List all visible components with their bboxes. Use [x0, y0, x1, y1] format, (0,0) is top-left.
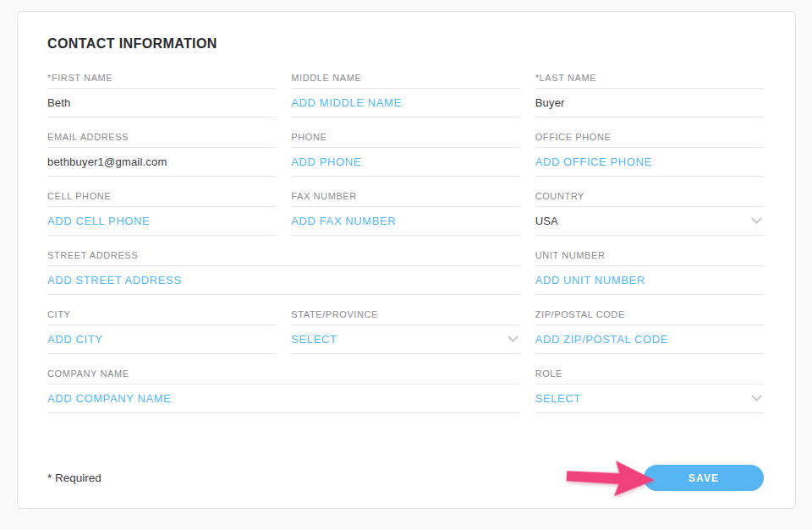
field-street-address: STREET ADDRESSADD STREET ADDRESS [47, 250, 520, 295]
first-name-value: Beth [47, 96, 71, 109]
role-placeholder: SELECT [535, 392, 581, 405]
divider [535, 176, 764, 177]
divider [535, 117, 764, 117]
field-role: ROLESELECT [535, 368, 764, 413]
zip-postal-code-label: ZIP/POSTAL CODE [535, 309, 764, 324]
field-unit-number: UNIT NUMBERADD UNIT NUMBER [535, 250, 764, 295]
fax-number-placeholder: ADD FAX NUMBER [291, 215, 396, 227]
first-name-label: *FIRST NAME [47, 73, 276, 88]
divider [535, 294, 764, 295]
field-fax-number: FAX NUMBERADD FAX NUMBER [291, 191, 519, 236]
office-phone-label: OFFICE PHONE [535, 132, 764, 147]
country-value: USA [535, 215, 558, 227]
field-zip-postal-code: ZIP/POSTAL CODEADD ZIP/POSTAL CODE [535, 309, 764, 354]
field-state-province: STATE/PROVINCESELECT [291, 309, 519, 354]
state-province-select[interactable]: SELECT [291, 325, 519, 353]
contact-information-card: CONTACT INFORMATION *FIRST NAMEBethMIDDL… [17, 11, 796, 509]
field-phone: PHONEADD PHONE [291, 132, 519, 177]
cell-phone-placeholder: ADD CELL PHONE [47, 215, 150, 227]
field-last-name: *LAST NAMEBuyer [535, 73, 764, 117]
field-email-address: EMAIL ADDRESSbethbuyer1@gmail.com [47, 132, 276, 177]
divider [291, 235, 519, 236]
middle-name-placeholder: ADD MIDDLE NAME [291, 96, 401, 109]
form-footer: * Required SAVE [47, 465, 764, 491]
last-name-input[interactable]: Buyer [535, 89, 764, 117]
country-label: COUNTRY [535, 191, 764, 206]
divider [535, 412, 764, 413]
phone-input[interactable]: ADD PHONE [291, 148, 519, 176]
field-city: CITYADD CITY [47, 309, 276, 354]
cell-phone-label: CELL PHONE [47, 191, 276, 206]
chevron-down-icon [751, 213, 762, 224]
divider [535, 235, 764, 236]
street-address-input[interactable]: ADD STREET ADDRESS [47, 266, 520, 294]
company-name-input[interactable]: ADD COMPANY NAME [47, 384, 520, 412]
field-first-name: *FIRST NAMEBeth [47, 73, 276, 117]
divider [291, 117, 519, 117]
fax-number-input[interactable]: ADD FAX NUMBER [291, 207, 519, 235]
state-province-placeholder: SELECT [291, 333, 337, 346]
first-name-input[interactable]: Beth [47, 89, 276, 117]
phone-label: PHONE [291, 132, 519, 147]
field-country: COUNTRYUSA [535, 191, 764, 236]
divider [47, 294, 520, 295]
unit-number-input[interactable]: ADD UNIT NUMBER [535, 266, 764, 294]
contact-form-grid: *FIRST NAMEBethMIDDLE NAMEADD MIDDLE NAM… [47, 73, 764, 413]
street-address-placeholder: ADD STREET ADDRESS [47, 274, 182, 286]
company-name-label: COMPANY NAME [47, 368, 520, 384]
city-input[interactable]: ADD CITY [47, 325, 276, 353]
divider [291, 176, 519, 177]
state-province-label: STATE/PROVINCE [291, 309, 519, 324]
street-address-label: STREET ADDRESS [47, 250, 520, 265]
unit-number-placeholder: ADD UNIT NUMBER [535, 274, 645, 286]
save-button[interactable]: SAVE [644, 465, 764, 491]
city-label: CITY [47, 309, 276, 324]
last-name-value: Buyer [535, 96, 565, 109]
divider [47, 117, 276, 117]
email-address-label: EMAIL ADDRESS [47, 132, 276, 147]
divider [47, 176, 276, 177]
chevron-down-icon [508, 331, 518, 342]
divider [47, 353, 276, 354]
office-phone-input[interactable]: ADD OFFICE PHONE [535, 148, 764, 176]
field-middle-name: MIDDLE NAMEADD MIDDLE NAME [291, 73, 519, 117]
cell-phone-input[interactable]: ADD CELL PHONE [47, 207, 276, 235]
fax-number-label: FAX NUMBER [291, 191, 519, 206]
divider [535, 353, 764, 354]
country-select[interactable]: USA [535, 207, 764, 235]
divider [291, 353, 519, 354]
page-title: CONTACT INFORMATION [47, 36, 764, 52]
zip-postal-code-placeholder: ADD ZIP/POSTAL CODE [535, 333, 668, 346]
role-select[interactable]: SELECT [535, 384, 764, 412]
field-company-name: COMPANY NAMEADD COMPANY NAME [47, 368, 520, 413]
office-phone-placeholder: ADD OFFICE PHONE [535, 155, 652, 168]
role-label: ROLE [535, 368, 764, 384]
company-name-placeholder: ADD COMPANY NAME [47, 392, 171, 405]
zip-postal-code-input[interactable]: ADD ZIP/POSTAL CODE [535, 325, 764, 353]
field-cell-phone: CELL PHONEADD CELL PHONE [47, 191, 276, 236]
unit-number-label: UNIT NUMBER [535, 250, 764, 265]
chevron-down-icon [751, 390, 762, 401]
last-name-label: *LAST NAME [535, 73, 764, 88]
city-placeholder: ADD CITY [47, 333, 102, 346]
divider [47, 235, 276, 236]
field-office-phone: OFFICE PHONEADD OFFICE PHONE [535, 132, 764, 177]
phone-placeholder: ADD PHONE [291, 155, 361, 168]
email-address-value: bethbuyer1@gmail.com [47, 155, 167, 168]
middle-name-label: MIDDLE NAME [291, 73, 519, 88]
divider [47, 412, 520, 413]
email-address-input[interactable]: bethbuyer1@gmail.com [47, 148, 276, 176]
middle-name-input[interactable]: ADD MIDDLE NAME [291, 89, 519, 117]
required-note: * Required [47, 472, 102, 484]
